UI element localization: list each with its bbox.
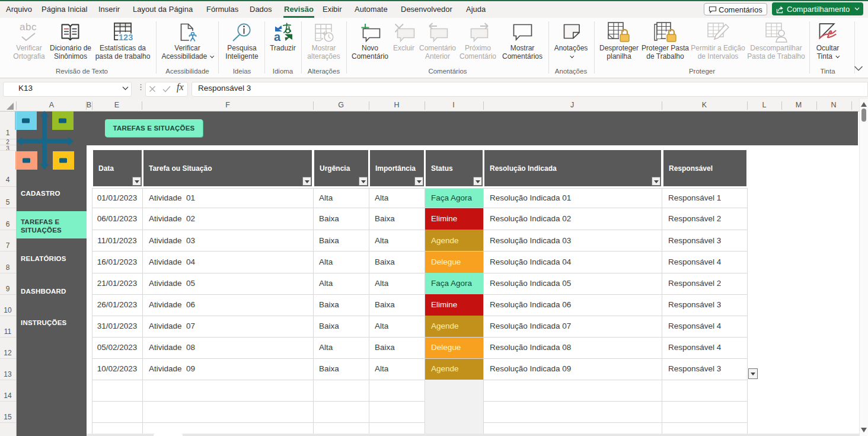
svg-text:123: 123 <box>119 33 133 42</box>
svg-text:a: a <box>274 30 281 42</box>
